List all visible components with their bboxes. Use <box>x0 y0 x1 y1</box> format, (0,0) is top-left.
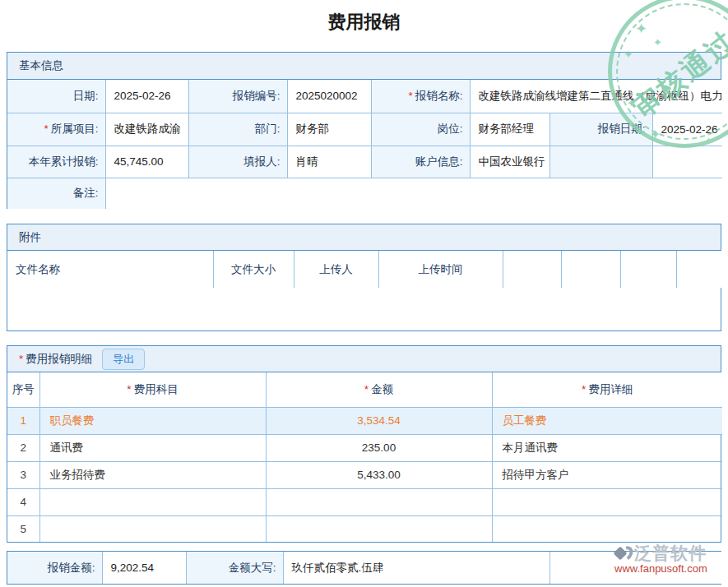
ytd-value: 45,745.00 <box>105 146 188 178</box>
attach-header-upload-time: 上传时间 <box>378 251 503 288</box>
expense-table: 序号 *费用科目 *金额 *费用详细 1 职员餐费 3,534.54 员工餐费 … <box>7 372 722 542</box>
attachments-panel: 附件 文件名称 文件大小 上传人 上传时间 <box>7 224 721 331</box>
claim-name-value: 改建铁路成渝线增建第二直通线（成渝枢纽）电力线 <box>470 80 722 113</box>
expense-section-title: *费用报销明细 <box>19 352 92 367</box>
date-value: 2025-02-26 <box>105 80 188 113</box>
expense-amount: 235.00 <box>266 434 492 461</box>
filler-label: 填报人: <box>188 146 287 178</box>
amount-caps-label: 金额大写: <box>186 552 283 584</box>
basic-info-panel: 基本信息 日期: 2025-02-26 报销编号: 2025020002 *报销… <box>7 52 721 209</box>
account-value: 中国农业银行 <box>470 146 549 178</box>
expense-row-2[interactable]: 2 通讯费 235.00 本月通讯费 <box>7 434 722 461</box>
basic-info-section-title: 基本信息 <box>7 53 721 80</box>
attachments-empty-body <box>7 288 721 330</box>
expense-seq: 4 <box>7 488 39 515</box>
attachments-table: 文件名称 文件大小 上传人 上传时间 <box>7 251 722 288</box>
attach-header-uploader: 上传人 <box>294 251 378 288</box>
attach-header-empty <box>620 251 676 288</box>
empty-value-cell <box>652 146 722 178</box>
post-value: 财务部经理 <box>470 113 549 146</box>
total-amount-label: 报销金额: <box>7 552 102 584</box>
dept-label: 部门: <box>188 113 287 146</box>
required-asterisk: * <box>364 383 369 395</box>
expense-subject: 职员餐费 <box>39 407 266 434</box>
expense-amount <box>266 515 492 542</box>
expense-detail <box>492 488 722 515</box>
summary-table: 报销金额: 9,202.54 金额大写: 玖仟贰佰零贰.伍肆 <box>7 552 722 584</box>
remark-label: 备注: <box>7 178 105 209</box>
filler-value: 肖晴 <box>287 146 371 178</box>
attach-header-empty <box>676 251 722 288</box>
project-label: *所属项目: <box>7 113 105 146</box>
account-label: 账户信息: <box>371 146 470 178</box>
expense-detail: 员工餐费 <box>492 407 722 434</box>
expense-row-3[interactable]: 3 业务招待费 5,433.00 招待甲方客户 <box>7 461 722 488</box>
project-value: 改建铁路成渝 <box>105 113 188 146</box>
expense-detail: 招待甲方客户 <box>492 461 722 488</box>
empty-label-cell <box>549 146 652 178</box>
expense-row-4[interactable]: 4 <box>7 488 722 515</box>
dept-value: 财务部 <box>287 113 371 146</box>
expense-seq: 5 <box>7 515 39 542</box>
claim-name-label: *报销名称: <box>371 80 470 113</box>
ytd-label: 本年累计报销: <box>7 146 105 178</box>
remark-value <box>105 178 722 209</box>
expense-header-amount: *金额 <box>266 372 492 407</box>
expense-detail-panel: *费用报销明细 导出 序号 *费用科目 *金额 *费用详细 1 职员餐费 3,5… <box>7 345 721 543</box>
attachments-section-title: 附件 <box>7 224 721 251</box>
required-asterisk: * <box>44 122 48 135</box>
expense-row-5[interactable]: 5 <box>7 515 722 542</box>
claim-date-label: 报销日期: <box>549 113 652 146</box>
attach-header-file-size: 文件大小 <box>213 251 294 288</box>
required-asterisk: * <box>127 383 131 395</box>
attach-header-file-name: 文件名称 <box>7 251 213 288</box>
expense-seq: 1 <box>7 407 39 434</box>
expense-amount: 5,433.00 <box>266 461 492 488</box>
claim-date-value: 2025-02-26 <box>652 113 722 146</box>
doc-no-value: 2025020002 <box>287 80 371 113</box>
expense-row-1[interactable]: 1 职员餐费 3,534.54 员工餐费 <box>7 407 722 434</box>
required-asterisk: * <box>582 383 586 395</box>
attach-header-empty <box>561 251 620 288</box>
expense-seq: 2 <box>7 434 39 461</box>
total-amount-value: 9,202.54 <box>102 552 186 584</box>
basic-info-table: 日期: 2025-02-26 报销编号: 2025020002 *报销名称: 改… <box>7 80 722 209</box>
required-asterisk: * <box>408 90 412 102</box>
export-button[interactable]: 导出 <box>102 349 145 370</box>
expense-detail: 本月通讯费 <box>492 434 722 461</box>
post-label: 岗位: <box>371 113 470 146</box>
expense-amount <box>266 488 492 515</box>
expense-header-seq: 序号 <box>7 372 39 407</box>
page-title: 费用报销 <box>0 10 728 35</box>
expense-amount: 3,534.54 <box>266 407 492 434</box>
attach-header-empty <box>503 251 561 288</box>
expense-subject <box>39 515 266 542</box>
date-label: 日期: <box>7 80 105 113</box>
star-icon: ✦ <box>653 36 662 49</box>
amount-caps-value: 玖仟贰佰零贰.伍肆 <box>283 552 549 584</box>
required-asterisk: * <box>19 353 23 365</box>
expense-detail <box>492 515 722 542</box>
expense-subject: 业务招待费 <box>39 461 266 488</box>
expense-header-subject: *费用科目 <box>39 372 266 407</box>
expense-subject: 通讯费 <box>39 434 266 461</box>
doc-no-label: 报销编号: <box>188 80 287 113</box>
summary-footer: 报销金额: 9,202.54 金额大写: 玖仟贰佰零贰.伍肆 <box>7 551 721 585</box>
expense-seq: 3 <box>7 461 39 488</box>
footer-empty-cell <box>549 552 722 584</box>
expense-header-detail: *费用详细 <box>492 372 722 407</box>
expense-subject <box>39 488 266 515</box>
expense-detail-toolbar: *费用报销明细 导出 <box>7 346 721 372</box>
